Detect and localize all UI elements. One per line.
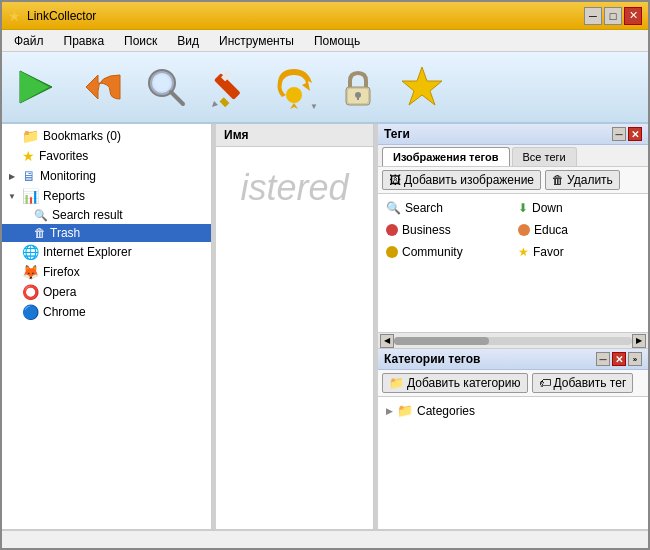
add-category-button[interactable]: 📁 Добавить категорию [382, 373, 528, 393]
go-button[interactable] [10, 59, 66, 115]
watermark-text: istered [240, 167, 348, 209]
chrome-label: Chrome [43, 305, 86, 319]
move-button[interactable]: ▼ [266, 59, 322, 115]
tree-item-favorites[interactable]: ★ Favorites [2, 146, 211, 166]
opera-label: Opera [43, 285, 76, 299]
tag-download-icon: ⬇ [518, 201, 528, 215]
chrome-icon: 🔵 [22, 304, 39, 320]
tree-item-monitoring[interactable]: ▶ 🖥 Monitoring [2, 166, 211, 186]
minimize-button[interactable]: ─ [584, 7, 602, 25]
tag-search-icon: 🔍 [386, 201, 401, 215]
toolbar: ▼ [2, 52, 648, 124]
bookmarks-folder-icon: 📁 [22, 128, 39, 144]
scroll-right-button[interactable]: ▶ [632, 334, 646, 348]
cat-panel-expand[interactable]: » [628, 352, 642, 366]
categories-folder-label: Categories [417, 404, 475, 418]
cat-panel-minimize[interactable]: ─ [596, 352, 610, 366]
svg-marker-9 [212, 101, 218, 107]
close-button[interactable]: ✕ [624, 7, 642, 25]
tag-business-label: Business [402, 223, 451, 237]
categories-toolbar: 📁 Добавить категорию 🏷 Добавить тег [378, 370, 648, 397]
expand-icon [6, 150, 18, 162]
tag-community-label: Community [402, 245, 463, 259]
tag-panel-header: Теги ─ ✕ [378, 124, 648, 145]
tag-panel-controls: ─ ✕ [612, 127, 642, 141]
reports-label: Reports [43, 189, 85, 203]
expand-icon: ▼ [6, 190, 18, 202]
scrollbar-thumb [394, 337, 489, 345]
tag-item-business[interactable]: Business [382, 220, 512, 240]
expand-icon [18, 227, 30, 239]
tag-item-community[interactable]: Community [382, 242, 512, 262]
category-expand-icon: ▶ [386, 406, 393, 416]
tree-item-opera[interactable]: ⭕ Opera [2, 282, 211, 302]
svg-marker-1 [20, 71, 49, 103]
tag-panel-minimize[interactable]: ─ [612, 127, 626, 141]
add-image-button[interactable]: 🖼 Добавить изображение [382, 170, 541, 190]
reports-icon: 📊 [22, 188, 39, 204]
tag-grid: 🔍 Search ⬇ Down Business [382, 198, 644, 262]
monitoring-icon: 🖥 [22, 168, 36, 184]
title-bar-left: ★ LinkCollector [8, 8, 96, 24]
tree-item-firefox[interactable]: 🦊 Firefox [2, 262, 211, 282]
tag-search-label: Search [405, 201, 443, 215]
tags-tabs-bar: Изображения тегов Все теги [378, 145, 648, 167]
title-bar: ★ LinkCollector ─ □ ✕ [2, 2, 648, 30]
scroll-left-button[interactable]: ◀ [380, 334, 394, 348]
tab-all-tags[interactable]: Все теги [512, 147, 577, 166]
menu-file[interactable]: Файл [6, 32, 52, 50]
categories-panel-title: Категории тегов [384, 352, 480, 366]
tree-item-reports[interactable]: ▼ 📊 Reports [2, 186, 211, 206]
expand-icon [6, 286, 18, 298]
tree-item-bookmarks[interactable]: 📁 Bookmarks (0) [2, 126, 211, 146]
tag-item-favorites[interactable]: ★ Favor [514, 242, 644, 262]
tag-panel-close[interactable]: ✕ [628, 127, 642, 141]
scrollbar-track[interactable] [394, 337, 632, 345]
expand-icon [6, 306, 18, 318]
opera-icon: ⭕ [22, 284, 39, 300]
add-tag-button[interactable]: 🏷 Добавить тег [532, 373, 634, 393]
tag-item-download[interactable]: ⬇ Down [514, 198, 644, 218]
tag-panel-title: Теги [384, 127, 410, 141]
tree-item-chrome[interactable]: 🔵 Chrome [2, 302, 211, 322]
menu-edit[interactable]: Правка [56, 32, 113, 50]
tag-toolbar: 🖼 Добавить изображение 🗑 Удалить [378, 167, 648, 194]
firefox-label: Firefox [43, 265, 80, 279]
dropdown-arrow-icon: ▼ [310, 102, 318, 111]
tree-item-trash[interactable]: 🗑 Trash [2, 224, 211, 242]
expand-icon [6, 130, 18, 142]
menu-view[interactable]: Вид [169, 32, 207, 50]
tree-item-search-result[interactable]: 🔍 Search result [2, 206, 211, 224]
tag-item-education[interactable]: Educa [514, 220, 644, 240]
tag-education-dot [518, 224, 530, 236]
tag-item-search[interactable]: 🔍 Search [382, 198, 512, 218]
categories-folder-icon: 📁 [397, 403, 413, 418]
menu-help[interactable]: Помощь [306, 32, 368, 50]
cat-panel-close[interactable]: ✕ [612, 352, 626, 366]
tag-scrollbar: ◀ ▶ [378, 332, 648, 348]
remove-tag-button[interactable]: 🗑 Удалить [545, 170, 620, 190]
menu-search[interactable]: Поиск [116, 32, 165, 50]
right-panels: Теги ─ ✕ Изображения тегов Все теги 🖼 До… [378, 124, 648, 529]
categories-content: ▶ 📁 Categories [378, 397, 648, 529]
search-result-label: Search result [52, 208, 123, 222]
menu-tools[interactable]: Инструменты [211, 32, 302, 50]
maximize-button[interactable]: □ [604, 7, 622, 25]
edit-button[interactable] [202, 59, 258, 115]
lock-button[interactable] [330, 59, 386, 115]
tree-item-ie[interactable]: 🌐 Internet Explorer [2, 242, 211, 262]
category-item-categories[interactable]: ▶ 📁 Categories [386, 401, 640, 420]
add-category-label: Добавить категорию [407, 376, 521, 390]
expand-icon [6, 266, 18, 278]
search-button[interactable] [138, 59, 194, 115]
favorite-button[interactable] [394, 59, 450, 115]
back-button[interactable] [74, 59, 130, 115]
svg-point-4 [154, 75, 170, 91]
categories-panel: Категории тегов ─ ✕ » 📁 Добавить категор… [378, 349, 648, 529]
tab-tag-images[interactable]: Изображения тегов [382, 147, 510, 166]
expand-icon [6, 246, 18, 258]
main-area: 📁 Bookmarks (0) ★ Favorites ▶ 🖥 Monitori… [2, 124, 648, 530]
tag-download-label: Down [532, 201, 563, 215]
favorites-star-icon: ★ [22, 148, 35, 164]
svg-rect-6 [220, 97, 230, 107]
